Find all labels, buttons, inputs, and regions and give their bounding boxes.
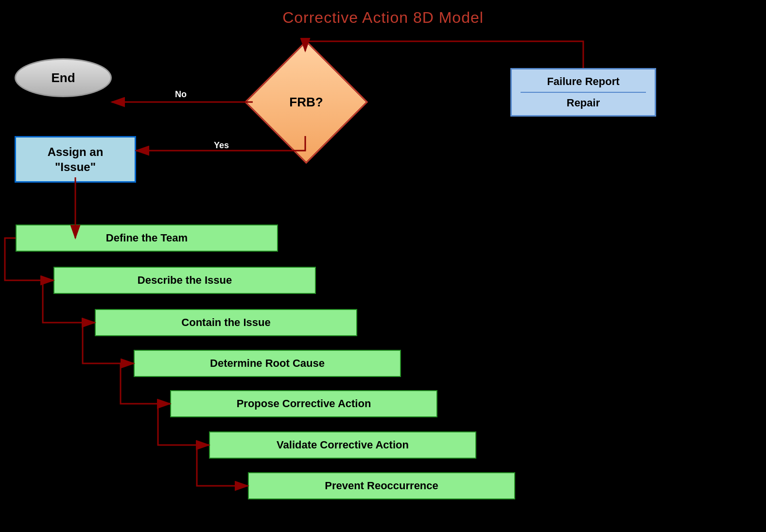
diagram-title: Corrective Action 8D Model <box>0 9 766 27</box>
step-root-cause: Determine Root Cause <box>134 350 401 377</box>
frb-decision: FRB? <box>253 49 360 155</box>
svg-text:Yes: Yes <box>214 140 229 150</box>
step-define-team: Define the Team <box>16 224 278 252</box>
step-describe-issue: Describe the Issue <box>53 267 316 294</box>
svg-text:No: No <box>175 89 187 99</box>
step-contain-issue: Contain the Issue <box>95 309 357 336</box>
assign-issue-box: Assign an"Issue" <box>15 136 136 183</box>
failure-report-box: Failure Report Repair <box>510 68 656 117</box>
end-node: End <box>15 58 112 97</box>
step-prevent-reoccurrence: Prevent Reoccurrence <box>248 472 515 499</box>
diagram-container: Corrective Action 8D Model End FRB? Fail… <box>0 0 766 532</box>
step-validate-corrective: Validate Corrective Action <box>209 431 476 459</box>
step-propose-corrective: Propose Corrective Action <box>170 390 437 417</box>
